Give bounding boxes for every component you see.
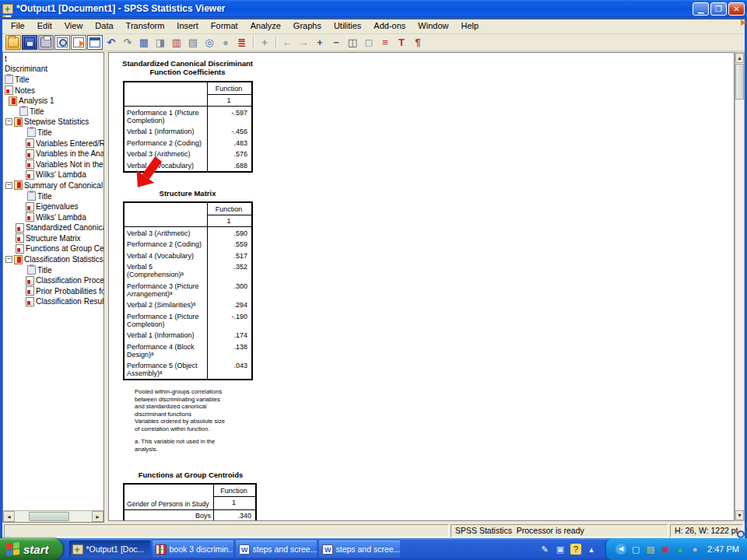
toolbar-print[interactable]: [38, 35, 54, 50]
tree-item-title[interactable]: Title: [27, 264, 103, 275]
tree-item-structure-matrix[interactable]: Structure Matrix: [16, 233, 103, 243]
scroll-up-icon[interactable]: ▲: [735, 53, 744, 63]
toolbar-demote-output[interactable]: →: [296, 35, 311, 50]
menu-utilities[interactable]: Utilities: [328, 19, 366, 33]
restore-button[interactable]: ❐: [710, 2, 727, 16]
tree-node-icon: [5, 86, 13, 95]
tree-item-notes[interactable]: Notes: [5, 85, 103, 96]
tree-item-standardized-canonical-dis[interactable]: Standardized Canonical Dis: [16, 222, 103, 233]
tray-display-icon[interactable]: ▣: [555, 544, 566, 555]
tray-help-icon[interactable]: ?: [570, 544, 581, 555]
menu-data[interactable]: Data: [89, 19, 118, 33]
tree-item-analysis-1[interactable]: Analysis 1: [9, 95, 103, 106]
toolbar-show-output[interactable]: ◫: [345, 35, 360, 50]
menu-insert[interactable]: Insert: [171, 19, 204, 33]
tree-item-label: Classification Process: [36, 276, 103, 285]
start-button[interactable]: start: [0, 538, 63, 560]
taskbar-book-3-discrimin[interactable]: book 3 discrimin...: [153, 541, 233, 558]
tree-item-t[interactable]: t: [5, 53, 103, 64]
toolbar-expand-output[interactable]: +: [312, 35, 328, 50]
toolbar-hide-output[interactable]: ◻: [361, 35, 377, 50]
menu-analyze[interactable]: Analyze: [245, 19, 286, 33]
scroll-down-icon[interactable]: ▼: [735, 510, 744, 520]
hscroll-thumb[interactable]: [29, 512, 69, 521]
vscroll-thumb[interactable]: [735, 64, 744, 100]
toolbar-goto-case[interactable]: ◨: [153, 35, 168, 50]
tray-pen-icon[interactable]: ✎: [539, 544, 550, 555]
toolbar-variable-info[interactable]: ▤: [185, 35, 201, 50]
minimize-button[interactable]: ▁: [693, 2, 709, 16]
toolbar-variables[interactable]: ▥: [169, 35, 184, 50]
close-button[interactable]: ✕: [728, 2, 745, 16]
toolbar-recall-dialogs[interactable]: [87, 35, 103, 50]
tree-item-prior-probabilities-for-g[interactable]: Prior Probabilities for G: [26, 285, 103, 296]
toolbar-select-last-output[interactable]: ◎: [202, 35, 217, 50]
toolbar-undo[interactable]: ↶: [103, 35, 119, 50]
group-centroids-table[interactable]: Function Gender of Persons in Study 1 Bo…: [123, 483, 257, 521]
toolbar-open[interactable]: [5, 35, 21, 50]
structure-matrix-table[interactable]: Function 1 Verbal 3 (Arithmetic) .590: [123, 201, 253, 380]
toolbar-export[interactable]: [71, 35, 86, 50]
tray-hidden-icons-icon[interactable]: ▴: [586, 544, 597, 555]
menu-add-ons[interactable]: Add-ons: [368, 19, 411, 33]
toolbar-insert-title[interactable]: T: [394, 35, 409, 50]
tree-item-title[interactable]: Title: [27, 191, 103, 201]
menu-transform[interactable]: Transform: [121, 19, 170, 33]
tree-item-wilks-lambda[interactable]: Wilks' Lambda: [26, 170, 103, 180]
toolbar-save[interactable]: [22, 35, 37, 50]
tree-item-wilks-lambda[interactable]: Wilks' Lambda: [26, 212, 103, 222]
taskbar-steps-and-scree[interactable]: steps and scree...: [319, 541, 400, 558]
tray-monitor-icon[interactable]: ▢: [630, 544, 641, 555]
menu-view[interactable]: View: [59, 19, 89, 33]
menu-file[interactable]: File: [5, 19, 30, 33]
toolbar-promote-output[interactable]: ←: [279, 35, 295, 50]
table2-footnote-a: a. This variable not used in the analysi…: [135, 438, 215, 453]
menu-format[interactable]: Format: [205, 19, 244, 33]
scroll-left-icon[interactable]: ◄: [3, 511, 15, 522]
tree-item-variables-not-in-the-an[interactable]: Variables Not in the An: [26, 159, 103, 170]
tree-item-title[interactable]: Title: [5, 74, 103, 85]
menu-window[interactable]: Window: [412, 19, 454, 33]
tray-wireless-icon[interactable]: ▲: [675, 544, 686, 555]
scroll-right-icon[interactable]: ►: [92, 511, 103, 522]
outline-hscrollbar[interactable]: ◄ ►: [3, 510, 103, 522]
menu-edit[interactable]: Edit: [32, 19, 58, 33]
taskbar-output1-doc[interactable]: *Output1 [Doc...: [69, 541, 150, 558]
tray-media-icon[interactable]: ▨: [645, 544, 656, 555]
tree-item-variables-in-the-analys[interactable]: Variables in the Analys: [26, 148, 103, 159]
tree-item-functions-at-group-centroid[interactable]: Functions at Group Centroid: [16, 243, 103, 254]
tree-item-title[interactable]: Title: [27, 127, 103, 138]
tree-item-discriminant[interactable]: Discriminant: [5, 64, 103, 75]
toolbar-print-preview[interactable]: [54, 35, 70, 50]
toolbar-insert-heading[interactable]: ≡: [377, 35, 393, 50]
toolbar-redo[interactable]: ↷: [120, 35, 135, 50]
tree-item-variables-entered-rem[interactable]: Variables Entered/Rem: [26, 138, 103, 149]
output-vscrollbar[interactable]: ▲ ▼: [735, 52, 745, 521]
tree-item-eigenvalues[interactable]: Eigenvalues: [26, 201, 103, 212]
tree-item-summary-of-canonical-disc[interactable]: Summary of Canonical Disc: [5, 180, 103, 191]
taskbar-steps-and-scree[interactable]: steps and scree...: [236, 541, 317, 558]
coefficients-table[interactable]: Function 1 Performance 1 (Picture Comple…: [123, 81, 253, 173]
tray-alert-icon[interactable]: ▣: [660, 544, 671, 555]
tray-status-icon[interactable]: ●: [689, 544, 700, 555]
menu-help[interactable]: Help: [455, 19, 484, 33]
toolbar-goto-data[interactable]: ▦: [136, 35, 152, 50]
tree-expander-icon[interactable]: [5, 118, 12, 125]
toolbar-designate-window[interactable]: ●: [218, 35, 233, 50]
tray-chevron-icon[interactable]: ◀: [615, 544, 626, 555]
clock[interactable]: 2:47 PM: [707, 544, 739, 554]
tree-expander-icon[interactable]: [5, 182, 12, 189]
tree-item-classification-process[interactable]: Classification Process: [26, 275, 103, 285]
taskbar-app-icon: [72, 544, 83, 555]
tree-item-classification-statistics[interactable]: Classification Statistics: [5, 254, 103, 264]
toolbar-insert-plus[interactable]: +: [257, 35, 272, 50]
tree-item-stepwise-statistics[interactable]: Stepwise Statistics: [5, 117, 103, 128]
toolbar-outline-stack[interactable]: ≣: [234, 35, 250, 50]
tree-item-classification-results[interactable]: Classification Results: [26, 296, 103, 307]
tree-expander-icon[interactable]: [5, 256, 12, 263]
taskbar-items: *Output1 [Doc... book 3 discrimin... ste…: [69, 541, 400, 558]
toolbar-insert-text[interactable]: ¶: [410, 35, 426, 50]
menu-graphs[interactable]: Graphs: [288, 19, 327, 33]
tree-item-title[interactable]: Title: [19, 106, 103, 117]
toolbar-collapse-output[interactable]: −: [328, 35, 344, 50]
